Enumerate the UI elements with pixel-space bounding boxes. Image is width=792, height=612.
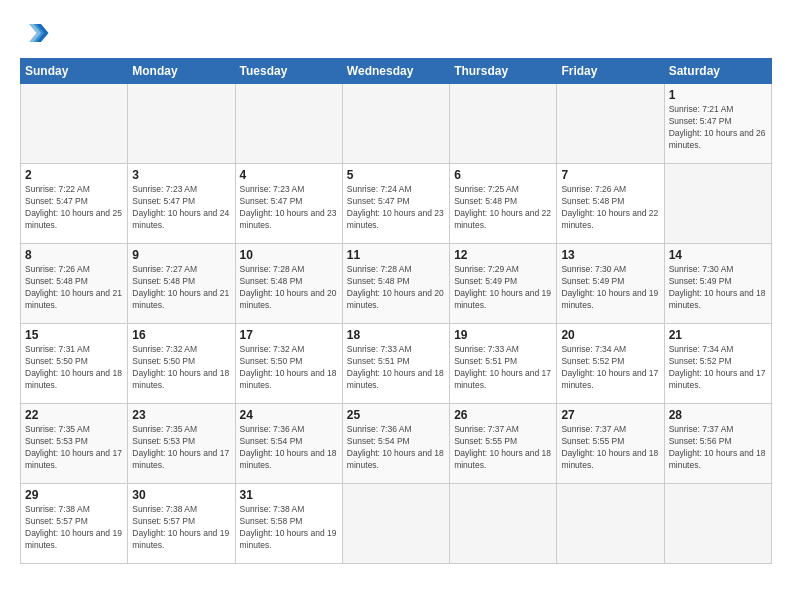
day-number: 14 [669, 248, 767, 262]
day-info: Sunrise: 7:36 AMSunset: 5:54 PMDaylight:… [240, 424, 338, 472]
calendar-header-row: SundayMondayTuesdayWednesdayThursdayFrid… [21, 59, 772, 84]
calendar-day-header: Sunday [21, 59, 128, 84]
day-info: Sunrise: 7:23 AMSunset: 5:47 PMDaylight:… [132, 184, 230, 232]
day-info: Sunrise: 7:35 AMSunset: 5:53 PMDaylight:… [25, 424, 123, 472]
calendar-cell: 4Sunrise: 7:23 AMSunset: 5:47 PMDaylight… [235, 164, 342, 244]
calendar-week-row: 29Sunrise: 7:38 AMSunset: 5:57 PMDayligh… [21, 484, 772, 564]
day-number: 22 [25, 408, 123, 422]
calendar-day-header: Monday [128, 59, 235, 84]
calendar-cell: 29Sunrise: 7:38 AMSunset: 5:57 PMDayligh… [21, 484, 128, 564]
day-info: Sunrise: 7:30 AMSunset: 5:49 PMDaylight:… [561, 264, 659, 312]
calendar-week-row: 8Sunrise: 7:26 AMSunset: 5:48 PMDaylight… [21, 244, 772, 324]
calendar-cell: 14Sunrise: 7:30 AMSunset: 5:49 PMDayligh… [664, 244, 771, 324]
calendar-cell: 12Sunrise: 7:29 AMSunset: 5:49 PMDayligh… [450, 244, 557, 324]
day-info: Sunrise: 7:25 AMSunset: 5:48 PMDaylight:… [454, 184, 552, 232]
calendar-cell [664, 164, 771, 244]
day-info: Sunrise: 7:38 AMSunset: 5:58 PMDaylight:… [240, 504, 338, 552]
calendar-cell [664, 484, 771, 564]
calendar-cell: 28Sunrise: 7:37 AMSunset: 5:56 PMDayligh… [664, 404, 771, 484]
day-number: 7 [561, 168, 659, 182]
day-info: Sunrise: 7:37 AMSunset: 5:55 PMDaylight:… [454, 424, 552, 472]
page: SundayMondayTuesdayWednesdayThursdayFrid… [0, 0, 792, 612]
day-info: Sunrise: 7:22 AMSunset: 5:47 PMDaylight:… [25, 184, 123, 232]
calendar-cell: 9Sunrise: 7:27 AMSunset: 5:48 PMDaylight… [128, 244, 235, 324]
calendar-cell: 26Sunrise: 7:37 AMSunset: 5:55 PMDayligh… [450, 404, 557, 484]
day-info: Sunrise: 7:28 AMSunset: 5:48 PMDaylight:… [347, 264, 445, 312]
calendar-week-row: 15Sunrise: 7:31 AMSunset: 5:50 PMDayligh… [21, 324, 772, 404]
day-info: Sunrise: 7:38 AMSunset: 5:57 PMDaylight:… [132, 504, 230, 552]
day-info: Sunrise: 7:32 AMSunset: 5:50 PMDaylight:… [240, 344, 338, 392]
calendar-cell: 8Sunrise: 7:26 AMSunset: 5:48 PMDaylight… [21, 244, 128, 324]
day-info: Sunrise: 7:31 AMSunset: 5:50 PMDaylight:… [25, 344, 123, 392]
day-info: Sunrise: 7:23 AMSunset: 5:47 PMDaylight:… [240, 184, 338, 232]
calendar-cell: 2Sunrise: 7:22 AMSunset: 5:47 PMDaylight… [21, 164, 128, 244]
calendar-cell: 15Sunrise: 7:31 AMSunset: 5:50 PMDayligh… [21, 324, 128, 404]
calendar-cell: 3Sunrise: 7:23 AMSunset: 5:47 PMDaylight… [128, 164, 235, 244]
day-info: Sunrise: 7:36 AMSunset: 5:54 PMDaylight:… [347, 424, 445, 472]
day-info: Sunrise: 7:28 AMSunset: 5:48 PMDaylight:… [240, 264, 338, 312]
day-number: 8 [25, 248, 123, 262]
day-number: 25 [347, 408, 445, 422]
calendar-cell: 21Sunrise: 7:34 AMSunset: 5:52 PMDayligh… [664, 324, 771, 404]
calendar-cell: 6Sunrise: 7:25 AMSunset: 5:48 PMDaylight… [450, 164, 557, 244]
calendar-cell: 18Sunrise: 7:33 AMSunset: 5:51 PMDayligh… [342, 324, 449, 404]
calendar-cell: 10Sunrise: 7:28 AMSunset: 5:48 PMDayligh… [235, 244, 342, 324]
logo-icon [20, 18, 50, 48]
calendar-day-header: Friday [557, 59, 664, 84]
calendar-table: SundayMondayTuesdayWednesdayThursdayFrid… [20, 58, 772, 564]
day-number: 13 [561, 248, 659, 262]
day-info: Sunrise: 7:32 AMSunset: 5:50 PMDaylight:… [132, 344, 230, 392]
day-number: 29 [25, 488, 123, 502]
calendar-cell: 11Sunrise: 7:28 AMSunset: 5:48 PMDayligh… [342, 244, 449, 324]
calendar-cell [21, 84, 128, 164]
calendar-cell [450, 84, 557, 164]
day-number: 10 [240, 248, 338, 262]
day-info: Sunrise: 7:38 AMSunset: 5:57 PMDaylight:… [25, 504, 123, 552]
calendar-cell: 1Sunrise: 7:21 AMSunset: 5:47 PMDaylight… [664, 84, 771, 164]
day-number: 27 [561, 408, 659, 422]
day-number: 24 [240, 408, 338, 422]
calendar-cell: 16Sunrise: 7:32 AMSunset: 5:50 PMDayligh… [128, 324, 235, 404]
calendar-week-row: 1Sunrise: 7:21 AMSunset: 5:47 PMDaylight… [21, 84, 772, 164]
day-number: 11 [347, 248, 445, 262]
day-info: Sunrise: 7:27 AMSunset: 5:48 PMDaylight:… [132, 264, 230, 312]
calendar-cell: 7Sunrise: 7:26 AMSunset: 5:48 PMDaylight… [557, 164, 664, 244]
day-number: 20 [561, 328, 659, 342]
day-number: 16 [132, 328, 230, 342]
calendar-day-header: Saturday [664, 59, 771, 84]
day-number: 26 [454, 408, 552, 422]
calendar-cell [450, 484, 557, 564]
logo [20, 18, 54, 48]
day-info: Sunrise: 7:21 AMSunset: 5:47 PMDaylight:… [669, 104, 767, 152]
calendar-cell: 25Sunrise: 7:36 AMSunset: 5:54 PMDayligh… [342, 404, 449, 484]
calendar-cell: 17Sunrise: 7:32 AMSunset: 5:50 PMDayligh… [235, 324, 342, 404]
day-number: 5 [347, 168, 445, 182]
calendar-cell [557, 84, 664, 164]
calendar-cell [342, 84, 449, 164]
day-number: 21 [669, 328, 767, 342]
day-info: Sunrise: 7:34 AMSunset: 5:52 PMDaylight:… [561, 344, 659, 392]
calendar-cell: 31Sunrise: 7:38 AMSunset: 5:58 PMDayligh… [235, 484, 342, 564]
calendar-cell [342, 484, 449, 564]
day-info: Sunrise: 7:35 AMSunset: 5:53 PMDaylight:… [132, 424, 230, 472]
calendar-cell: 24Sunrise: 7:36 AMSunset: 5:54 PMDayligh… [235, 404, 342, 484]
calendar-cell: 23Sunrise: 7:35 AMSunset: 5:53 PMDayligh… [128, 404, 235, 484]
calendar-day-header: Thursday [450, 59, 557, 84]
day-info: Sunrise: 7:26 AMSunset: 5:48 PMDaylight:… [25, 264, 123, 312]
calendar-cell: 22Sunrise: 7:35 AMSunset: 5:53 PMDayligh… [21, 404, 128, 484]
day-number: 6 [454, 168, 552, 182]
day-info: Sunrise: 7:37 AMSunset: 5:56 PMDaylight:… [669, 424, 767, 472]
day-number: 17 [240, 328, 338, 342]
day-number: 2 [25, 168, 123, 182]
calendar-cell: 30Sunrise: 7:38 AMSunset: 5:57 PMDayligh… [128, 484, 235, 564]
day-number: 23 [132, 408, 230, 422]
calendar-cell: 5Sunrise: 7:24 AMSunset: 5:47 PMDaylight… [342, 164, 449, 244]
day-info: Sunrise: 7:29 AMSunset: 5:49 PMDaylight:… [454, 264, 552, 312]
header [20, 18, 772, 48]
day-number: 18 [347, 328, 445, 342]
calendar-cell [128, 84, 235, 164]
calendar-cell [235, 84, 342, 164]
day-info: Sunrise: 7:37 AMSunset: 5:55 PMDaylight:… [561, 424, 659, 472]
day-info: Sunrise: 7:30 AMSunset: 5:49 PMDaylight:… [669, 264, 767, 312]
calendar-cell: 19Sunrise: 7:33 AMSunset: 5:51 PMDayligh… [450, 324, 557, 404]
